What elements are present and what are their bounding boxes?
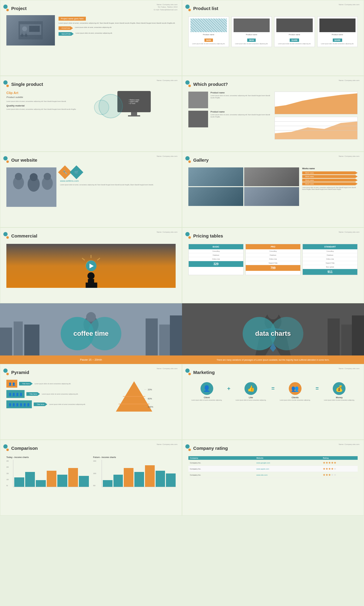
- orange-dot: [6, 449, 9, 451]
- svg-rect-25: [86, 283, 89, 288]
- pricing-tables: BASIC Consulting Database Online chat 32…: [188, 244, 358, 275]
- company-1: Company Inc.: [190, 462, 256, 464]
- gallery-works-title: Works name: [302, 167, 358, 170]
- chart-1-wrap: 250 200 150 100 50: [6, 460, 89, 487]
- chart-2-wrap: 1500 1000 500: [93, 460, 176, 487]
- gallery-item-1: Work name.: [302, 171, 358, 174]
- svg-point-21: [44, 173, 51, 180]
- teal-dot: [185, 232, 190, 236]
- svg-point-19: [30, 173, 38, 181]
- negative-button[interactable]: NEGATIVE: [59, 32, 74, 36]
- play-triangle-icon: [89, 264, 94, 268]
- pt-price-1: 329: [189, 261, 243, 267]
- y-label-1-5: 50: [6, 485, 9, 486]
- stars-3: ★★★★★: [323, 473, 356, 476]
- product-desc: Lorem ipsum dolor sit amet, consectetur …: [6, 100, 89, 103]
- teal-dot: [3, 369, 8, 373]
- pyramid-left: 👤👤 Title here Lorem ipsum dolor sit amet…: [6, 380, 89, 415]
- orange-dot: [6, 236, 9, 239]
- which-item-1: Product name Lorem ipsum dolor sit amet,…: [188, 92, 271, 108]
- slide-meta: Name: Company.site.com: [157, 443, 177, 446]
- orange-dot: [188, 373, 191, 375]
- svg-point-23: [87, 272, 94, 279]
- slide-meta: Name: Company.site.com: [157, 367, 177, 370]
- video-area[interactable]: [6, 244, 176, 288]
- pt-price-3: 911: [303, 269, 357, 275]
- slide-commercial: Name: Company.site.com Commercial: [0, 227, 182, 303]
- price-4: $2490: [333, 39, 342, 42]
- bar-1-4: [47, 471, 57, 487]
- slide-comparison: Name: Company.site.com Comparison Today …: [0, 440, 182, 516]
- slide-pyramid: Name: Company.site.com Pyramid 👤👤 Title …: [0, 364, 182, 440]
- product-title: Clip Art: [6, 91, 89, 95]
- bar-1-7: [79, 476, 89, 487]
- which-charts: [275, 92, 358, 140]
- y-axis-2: 1500 1000 500: [93, 460, 96, 487]
- pt-item-1-2: Database: [189, 253, 243, 257]
- bar-1-5: [57, 475, 67, 487]
- like-icon: 👍: [244, 382, 257, 395]
- pyramid-row-3: 👤👤👤👤👤👤 Title here Lorem ipsum dolor sit …: [6, 400, 89, 408]
- pt-item-1-1: Consulting: [189, 249, 243, 253]
- orange-dot: [188, 9, 191, 11]
- svg-point-9: [25, 32, 27, 34]
- datacharts-bg: data charts: [182, 303, 364, 364]
- arrow-label-1: Title here: [19, 382, 33, 385]
- which-img-2: [188, 111, 208, 127]
- pt-item-2-1: Consulting: [246, 249, 300, 253]
- play-button[interactable]: [86, 261, 96, 271]
- positive-text: Lorem ipsum dolor sit amet, consectetur …: [75, 26, 176, 28]
- svg-point-6: [21, 32, 23, 34]
- y-label-1-3: 150: [6, 473, 9, 474]
- data-title: data charts: [255, 330, 291, 338]
- quality-title: Quality material: [6, 104, 89, 107]
- product-name-3: Product name: [276, 34, 313, 35]
- people-block-1: 👤👤: [6, 380, 17, 388]
- rating-header-row: Company Website Rating: [188, 456, 358, 460]
- website-right: 🔧 🛒 www.settlms.com Lorem ipsum dolor si…: [60, 167, 176, 207]
- positive-button[interactable]: POSITIVE: [59, 26, 73, 30]
- product-desc-1: Lorem ipsum dolor sit amet consectetur a…: [190, 43, 227, 45]
- orange-dot: [6, 160, 9, 163]
- slide-title: Pyramid: [11, 370, 29, 375]
- coffee-bottom-bar: Pause 15 – 20min: [0, 355, 182, 364]
- slide-marketing: Name: Company.site.com Marketing 👤 Clien…: [182, 364, 364, 440]
- table-header-1: BASIC: [189, 244, 243, 249]
- svg-text:60%: 60%: [148, 398, 152, 400]
- website-2: www.apple.com: [256, 468, 323, 470]
- coffee-subtext: Pause 15 – 20min: [80, 358, 102, 361]
- teal-dot: [185, 80, 190, 85]
- svg-rect-5: [21, 34, 23, 36]
- teal-dot: [3, 444, 8, 449]
- arrow-label-3: Title here: [34, 402, 47, 406]
- rating-table: Company Website Rating Company Inc. www.…: [188, 456, 358, 478]
- y-axis-1: 250 200 150 100 50: [6, 460, 9, 487]
- col-company: Company: [190, 457, 256, 459]
- slide-meta: Name: Company.site.com: [157, 231, 177, 233]
- clients-label: Clients: [277, 396, 313, 399]
- product-sub: Product subtitle: [6, 96, 89, 99]
- slide-title: Our website: [11, 157, 37, 163]
- like-label: Like: [233, 396, 269, 399]
- slide-pricing: Name: Company.site.com Pricing tables BA…: [182, 227, 364, 303]
- orange-dot: [188, 449, 191, 451]
- product-img-1: [190, 19, 227, 32]
- coffeedata-row: coffee time Pause 15 – 20min: [0, 303, 364, 364]
- marketing-client: 👤 Client Lorem ipsum dolor sit amet cons…: [188, 382, 225, 401]
- svg-rect-8: [25, 34, 27, 36]
- slide-company-rating: Name: Company.site.com Company rating Co…: [182, 440, 364, 516]
- project-main-text: Lorem ipsum dolor sit amet, consectetur …: [59, 22, 176, 25]
- project-right: Project name goes here Lorem ipsum dolor…: [59, 15, 176, 45]
- pt-item-1-3: Online chat: [189, 257, 243, 261]
- slide-title: Comparison: [11, 446, 38, 451]
- client-label: Client: [188, 396, 225, 399]
- pyramid-right: 20% 60% 100%: [93, 380, 176, 415]
- product-img-3: [276, 19, 313, 32]
- product-desc-2: Lorem ipsum dolor sit amet consectetur a…: [234, 43, 270, 45]
- slide-title: Pricing tables: [193, 233, 223, 238]
- slide-title: Single product: [11, 82, 43, 87]
- clients-icon: 👥: [289, 382, 302, 395]
- slide-meta: Name: Company.site.com: [339, 231, 359, 233]
- which-text-2: Product name Lorem ipsum dolor sit amet,…: [211, 111, 271, 127]
- slide-project: Name: Company.site.com Tel: Fakes. Telef…: [0, 0, 182, 76]
